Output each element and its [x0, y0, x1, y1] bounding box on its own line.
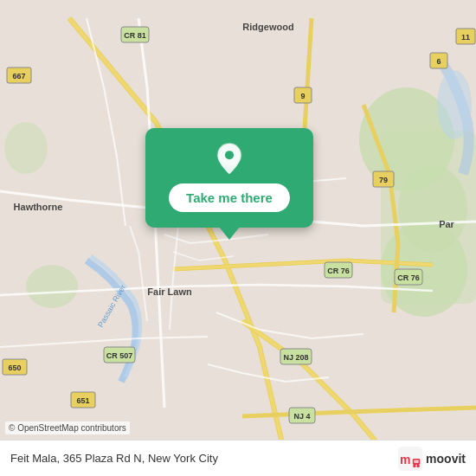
svg-text:NJ 208: NJ 208 — [283, 353, 308, 362]
svg-point-7 — [437, 70, 472, 139]
svg-text:CR 81: CR 81 — [124, 31, 146, 40]
svg-text:CR 76: CR 76 — [327, 267, 350, 275]
svg-text:9: 9 — [300, 92, 305, 100]
svg-text:Fair Lawn: Fair Lawn — [147, 286, 192, 297]
bottom-bar: Feit Mala, 365 Plaza Rd N, New York City… — [0, 440, 476, 476]
map-attribution: © OpenStreetMap contributors — [5, 421, 130, 434]
svg-text:CR 76: CR 76 — [397, 273, 420, 282]
location-label: Feit Mala, 365 Plaza Rd N, New York City — [10, 452, 218, 465]
svg-text:m: m — [400, 452, 410, 466]
svg-point-6 — [4, 122, 48, 174]
svg-point-46 — [416, 464, 420, 467]
svg-text:667: 667 — [12, 72, 25, 80]
svg-text:79: 79 — [379, 176, 388, 184]
map-container: CR 81 11 667 6 9 79 CR 76 CR 76 CR 507 — [0, 0, 476, 476]
take-me-there-button[interactable]: Take me there — [169, 183, 290, 212]
svg-text:NJ 4: NJ 4 — [293, 412, 310, 421]
svg-text:6: 6 — [436, 57, 441, 66]
svg-text:650: 650 — [8, 363, 21, 372]
svg-point-5 — [26, 265, 78, 308]
location-pin-icon — [213, 142, 246, 175]
svg-point-45 — [413, 464, 416, 467]
svg-rect-47 — [414, 460, 419, 463]
svg-text:Hawthorne: Hawthorne — [14, 202, 63, 212]
moovit-label: moovit — [426, 452, 466, 466]
svg-text:Par: Par — [439, 219, 454, 229]
svg-text:CR 507: CR 507 — [106, 351, 133, 360]
moovit-icon: m — [398, 447, 422, 471]
svg-text:651: 651 — [76, 396, 89, 405]
popup-card: Take me there — [145, 128, 313, 228]
svg-point-41 — [225, 151, 234, 159]
svg-text:11: 11 — [461, 33, 470, 42]
moovit-logo: m moovit — [398, 447, 466, 471]
svg-text:Ridgewood: Ridgewood — [242, 22, 293, 32]
